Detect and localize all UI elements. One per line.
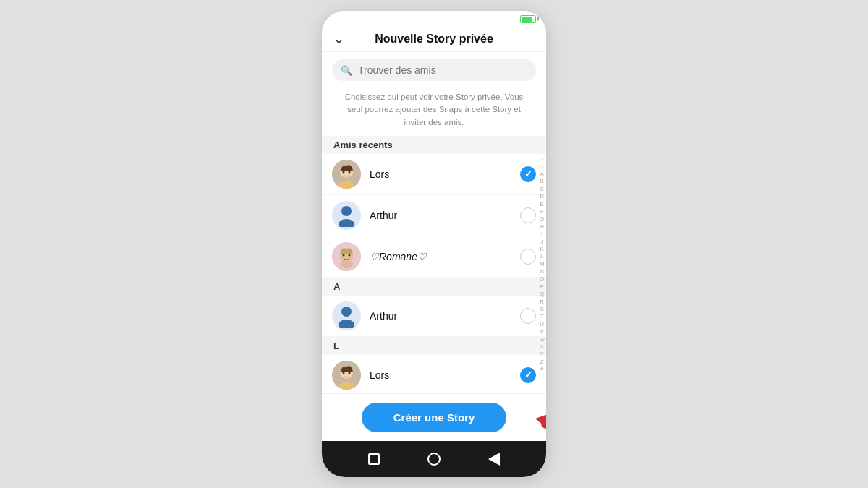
create-button-area: Créer une Story	[322, 393, 546, 441]
phone-container: ⌄ Nouvelle Story privée 🔍 Choisissez qui…	[322, 11, 546, 477]
header: ⌄ Nouvelle Story privée	[322, 27, 546, 52]
search-container: 🔍	[322, 52, 546, 85]
red-arrow	[532, 391, 546, 445]
section-a: A	[322, 278, 546, 296]
home-icon	[427, 453, 441, 466]
contact-name-lors-l: Lors	[370, 369, 511, 381]
avatar-lors	[332, 160, 361, 189]
avatar-lors-l	[332, 361, 361, 390]
svg-point-9	[343, 254, 345, 256]
nav-home[interactable]	[425, 450, 443, 468]
checkbox-arthur-a[interactable]	[520, 308, 536, 324]
description-text: Choisissez qui peut voir votre Story pri…	[322, 85, 546, 136]
search-bar: 🔍	[332, 59, 536, 81]
contact-lors-recent[interactable]: Lors	[322, 154, 546, 195]
contact-name-arthur-recent: Arthur	[370, 210, 511, 221]
nav-back[interactable]	[485, 450, 503, 468]
avatar-romane-recent	[332, 242, 361, 271]
contact-name-lors-recent: Lors	[370, 168, 511, 180]
contact-name-romane-recent: ♡Romane♡	[370, 251, 511, 262]
back-icon	[488, 453, 500, 466]
svg-point-6	[339, 219, 354, 227]
avatar-arthur-recent	[332, 201, 361, 230]
bottom-nav	[322, 441, 546, 477]
svg-marker-22	[535, 413, 546, 429]
svg-point-12	[339, 320, 354, 328]
status-bar	[322, 11, 546, 27]
checkbox-romane-recent[interactable]	[520, 249, 536, 265]
search-input[interactable]	[358, 64, 527, 76]
section-l: L	[322, 337, 546, 355]
svg-point-11	[341, 307, 352, 317]
search-icon: 🔍	[341, 65, 352, 76]
checkbox-lors-l[interactable]	[520, 367, 536, 383]
section-recent: Amis récents	[322, 136, 546, 154]
svg-point-4	[349, 171, 351, 173]
contact-romane-recent[interactable]: ♡Romane♡	[322, 236, 546, 278]
checkbox-lors-recent[interactable]	[520, 166, 536, 182]
back-chevron[interactable]: ⌄	[333, 31, 344, 47]
battery-icon	[520, 15, 536, 23]
contact-lors-l[interactable]: Lors	[322, 355, 546, 393]
contact-arthur-a[interactable]: Arthur	[322, 296, 546, 337]
svg-point-3	[343, 171, 345, 173]
create-story-button[interactable]: Créer une Story	[362, 403, 506, 432]
svg-point-10	[349, 254, 351, 256]
recent-apps-icon	[368, 453, 380, 465]
avatar-arthur-a	[332, 301, 361, 330]
contact-list: Amis récents Lors	[322, 136, 546, 393]
svg-point-5	[341, 206, 352, 216]
svg-point-16	[343, 372, 345, 374]
contact-arthur-recent[interactable]: Arthur	[322, 195, 546, 236]
nav-recent-apps[interactable]	[365, 450, 383, 468]
contact-name-arthur-a: Arthur	[370, 310, 511, 322]
checkbox-arthur-recent[interactable]	[520, 207, 536, 223]
svg-point-17	[349, 372, 351, 374]
page-title: Nouvelle Story privée	[375, 33, 493, 46]
